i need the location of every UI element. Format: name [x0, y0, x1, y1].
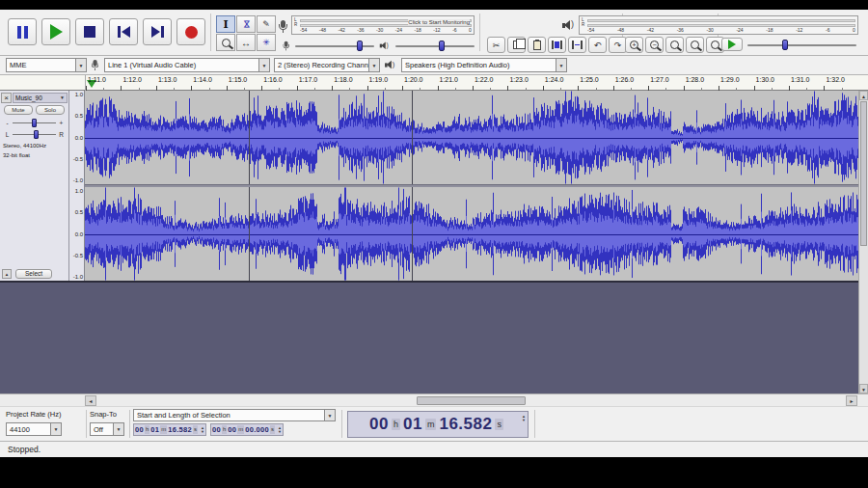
- scale-label: -1.0: [73, 177, 83, 183]
- scroll-up-button[interactable]: ▲: [859, 91, 868, 100]
- snap-to-select[interactable]: Off ▼: [90, 422, 124, 436]
- selection-tool-button[interactable]: I: [216, 15, 235, 33]
- playback-volume-slider[interactable]: [395, 41, 475, 51]
- zoom-out-button[interactable]: −: [645, 37, 664, 53]
- play-button[interactable]: [41, 18, 70, 45]
- monitor-hint[interactable]: Click to Start Monitoring: [408, 19, 470, 25]
- redo-icon: ↷: [614, 41, 622, 50]
- timeline-tick-label: 1:30.0: [756, 76, 774, 83]
- gain-slider-thumb[interactable]: [32, 119, 37, 127]
- speaker-icon: ): [380, 41, 391, 49]
- hours-value[interactable]: 00: [369, 415, 389, 434]
- recording-volume-slider[interactable]: [295, 41, 374, 51]
- paste-icon: [533, 41, 541, 50]
- select-button[interactable]: Select: [15, 269, 52, 279]
- trim-audio-button[interactable]: [548, 37, 566, 53]
- vertical-scale-ruler[interactable]: 1.00.50.0-0.5-1.0 1.00.50.0-0.5-1.0: [69, 91, 85, 281]
- playback-meter[interactable]: L R -54-48-42-36-30-24-18-12-60: [579, 15, 858, 35]
- minutes-value[interactable]: 00: [228, 425, 236, 434]
- solo-button[interactable]: Solo: [36, 105, 65, 115]
- h-scroll-thumb[interactable]: [417, 396, 526, 405]
- copy-icon: [513, 41, 521, 49]
- track-area[interactable]: × Music_90 ▼ Mute Solo - +: [0, 91, 868, 393]
- zoom-in-button[interactable]: +: [625, 37, 643, 53]
- spinner-icon[interactable]: ▲▼: [201, 426, 204, 434]
- pan-slider[interactable]: L R: [0, 127, 68, 139]
- meter-scale-number: -42: [647, 27, 654, 34]
- audio-host-select[interactable]: MME ▼: [6, 58, 87, 72]
- selection-length-field[interactable]: 00 h 00 m 00.000 s ▲▼: [210, 423, 284, 436]
- draw-tool-button[interactable]: ✎: [257, 15, 276, 33]
- minutes-value[interactable]: 01: [150, 425, 159, 434]
- play-speed-slider[interactable]: [747, 40, 856, 50]
- hours-value[interactable]: 00: [212, 425, 221, 434]
- magnifier-icon: [222, 39, 231, 47]
- horizontal-scrollbar[interactable]: ◄ ►: [0, 393, 868, 406]
- waveform-view[interactable]: [85, 91, 858, 281]
- scissors-icon: ✂: [493, 41, 501, 50]
- audio-position-display[interactable]: 00 h 01 m 16.582 s ▲▼: [347, 411, 529, 438]
- envelope-tool-button[interactable]: ⋈: [236, 15, 256, 33]
- slider-thumb[interactable]: [357, 41, 363, 51]
- seconds-value[interactable]: 16.582: [168, 425, 192, 434]
- play-icon: [50, 24, 63, 40]
- track-close-button[interactable]: ×: [1, 93, 12, 103]
- spinner-icon[interactable]: ▲▼: [522, 415, 526, 422]
- pause-button[interactable]: [8, 18, 37, 45]
- scroll-right-button[interactable]: ►: [846, 395, 857, 406]
- timeline-tick-label: 1:25.0: [580, 76, 598, 83]
- microphone-icon: [92, 60, 100, 70]
- hours-value[interactable]: 00: [135, 425, 144, 434]
- seconds-unit: s: [495, 419, 503, 430]
- recording-channels-select[interactable]: 2 (Stereo) Recording Chann ▼: [274, 58, 380, 72]
- timeline-ticks[interactable]: 1:11.01:12.01:13.01:14.01:15.01:16.01:17…: [85, 75, 858, 91]
- chevron-down-icon: ▼: [50, 423, 61, 435]
- minutes-value[interactable]: 01: [403, 415, 422, 434]
- zoom-selection-button[interactable]: [665, 37, 684, 53]
- track-format-line1: Stereo, 44100Hz: [3, 142, 66, 151]
- spinner-icon[interactable]: ▲▼: [278, 426, 282, 434]
- project-rate-select[interactable]: 44100 ▼: [6, 422, 62, 436]
- pan-slider-thumb[interactable]: [34, 130, 39, 139]
- recording-meter[interactable]: L R Click to Start Monitoring -54-48-42-…: [291, 15, 475, 35]
- waveform-right-channel[interactable]: [85, 187, 858, 281]
- seconds-value[interactable]: 00.000: [245, 425, 269, 434]
- selection-start-field[interactable]: 00 h 01 m 16.582 s ▲▼: [133, 423, 206, 436]
- device-toolbar: MME ▼ Line 1 (Virtual Audio Cable) ▼ 2 (…: [0, 56, 868, 75]
- play-at-speed-button[interactable]: [721, 38, 743, 51]
- stop-icon: [84, 26, 95, 38]
- track-name-menu[interactable]: Music_90 ▼: [13, 93, 68, 103]
- seconds-value[interactable]: 16.582: [439, 415, 492, 434]
- silence-audio-button[interactable]: [568, 37, 586, 53]
- skip-to-end-button[interactable]: [143, 18, 172, 45]
- slider-thumb[interactable]: [439, 41, 445, 51]
- recording-device-select[interactable]: Line 1 (Virtual Audio Cable) ▼: [104, 58, 270, 72]
- time-shift-tool-button[interactable]: ↔: [236, 34, 256, 51]
- copy-button[interactable]: [507, 37, 526, 53]
- slider-thumb[interactable]: [782, 40, 788, 50]
- playback-device-select[interactable]: Speakers (High Definition Audio) ▼: [401, 58, 567, 72]
- scroll-down-button[interactable]: ▼: [859, 384, 868, 393]
- stop-button[interactable]: [75, 18, 104, 45]
- scroll-left-button[interactable]: ◄: [85, 395, 96, 406]
- mute-button[interactable]: Mute: [4, 105, 33, 115]
- zoom-fit-button[interactable]: [686, 37, 704, 53]
- timeline-ruler[interactable]: 1:11.01:12.01:13.01:14.01:15.01:16.01:17…: [0, 75, 868, 91]
- v-scroll-thumb[interactable]: [860, 101, 867, 246]
- meter-scale-number: -48: [617, 27, 624, 34]
- undo-button[interactable]: ↶: [588, 37, 607, 53]
- zoom-tool-button[interactable]: [216, 34, 235, 51]
- record-button[interactable]: [176, 18, 205, 45]
- gain-slider[interactable]: - +: [0, 116, 68, 127]
- meter-scale-number: -36: [677, 27, 684, 34]
- collapse-button[interactable]: ▲: [2, 269, 12, 279]
- scale-channel-2: 1.00.50.0-0.5-1.0: [69, 187, 85, 281]
- waveform-left-channel[interactable]: [85, 91, 858, 184]
- cut-button[interactable]: ✂: [487, 37, 505, 53]
- vertical-scrollbar[interactable]: ▲ ▼: [858, 91, 868, 393]
- paste-button[interactable]: [528, 37, 546, 53]
- selection-mode-select[interactable]: Start and Length of Selection ▼: [133, 409, 336, 421]
- multi-tool-button[interactable]: ✳: [257, 34, 276, 51]
- skip-to-start-button[interactable]: [109, 18, 138, 45]
- snap-to-group: Snap-To Off ▼: [90, 410, 126, 436]
